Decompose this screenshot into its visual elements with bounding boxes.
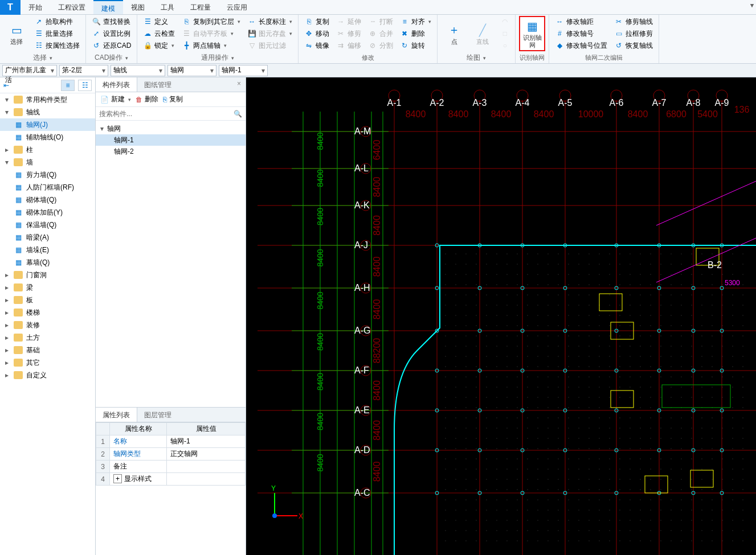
tab-properties[interactable]: 属性列表 [96,408,137,422]
tree-item[interactable]: ▦辅助轴线(O) [0,131,95,143]
tab-start[interactable]: 开始 [21,0,50,14]
define-button[interactable]: ☰定义 [141,16,177,27]
select-by-prop-button[interactable]: ☷按属性选择 [32,40,82,51]
tab-cloud[interactable]: 云应用 [219,0,255,14]
tree-item[interactable]: ▦人防门框墙(RF) [0,181,95,194]
svg-point-300 [650,315,651,315]
floor-select[interactable]: 第-2层 [59,65,108,76]
delete-button[interactable]: ✖删除 [398,28,434,39]
tree-category[interactable]: ▸楼梯 [0,306,95,319]
svg-point-836 [609,499,610,500]
tree-item[interactable]: ▦保温墙(Q) [0,219,95,231]
tree-category[interactable]: ▸板 [0,294,95,306]
svg-point-623 [578,427,579,428]
tree-category[interactable]: ▸基础 [0,344,95,356]
tree-category[interactable]: ▸梁 [0,281,95,294]
tree-item[interactable]: ▦墙垛(E) [0,244,95,256]
type-select[interactable]: 轴网 [167,65,216,76]
tab-project-settings[interactable]: 工程设置 [50,0,93,14]
prop-icon: ☷ [34,41,43,50]
restore-axis-button[interactable]: ↺恢复轴线 [612,40,655,51]
svg-point-558 [527,407,528,408]
search-input[interactable] [99,110,234,118]
tree-item[interactable]: ▦砌体加筋(Y) [0,206,95,219]
mirror-button[interactable]: ⇋镜像 [302,40,332,51]
lock-button[interactable]: 🔒锁定▾ [141,40,177,51]
svg-point-487 [722,376,722,377]
tab-layers[interactable]: 图层管理 [137,408,178,422]
two-point-axis-button[interactable]: ╋两点辅轴▾ [179,40,243,51]
instance-select[interactable]: 轴网-1 [219,65,268,76]
component-list[interactable]: ▾轴网 轴网-1 轴网-2 [96,121,246,407]
tree-item[interactable]: ▦幕墙(Q) [0,256,95,269]
modify-axis-pos-button[interactable]: ◆修改轴号位置 [553,40,610,51]
copy-item-button[interactable]: ⎘复制 [163,94,183,104]
svg-point-486 [712,376,712,377]
batch-select-button[interactable]: ☰批量选择 [32,28,82,39]
svg-point-325 [599,325,599,326]
tree-category[interactable]: ▾常用构件类型 [0,93,95,106]
list-item[interactable]: 轴网-1 [96,134,246,146]
svg-point-839 [640,499,640,500]
select-button[interactable]: ▭ 选择 [3,16,30,51]
line-button[interactable]: ╱直线 [469,16,496,51]
search-go-icon[interactable]: 🔍 [234,110,242,118]
tab-component-list[interactable]: 构件列表 [96,77,137,92]
set-scale-button[interactable]: ⤢设置比例 [89,28,133,39]
list-parent[interactable]: ▾轴网 [96,123,246,134]
svg-point-561 [558,407,558,408]
category-select[interactable]: 轴线 [111,65,165,76]
tab-modeling[interactable]: 建模 [93,0,123,14]
tree-category[interactable]: ▸装修 [0,319,95,331]
grid-view-button[interactable]: ☷ [78,80,92,91]
delete-item-button[interactable]: 🗑删除 [136,94,158,104]
find-replace-button[interactable]: 🔍查找替换 [89,16,133,27]
cloud-check-button[interactable]: ☁云检查 [141,28,177,39]
svg-point-423 [681,356,681,356]
align-button[interactable]: ≡对齐▾ [398,16,434,27]
recognize-grid-button[interactable]: ▦识别轴网 [519,16,545,51]
new-button[interactable]: 📄新建▾ [100,94,131,104]
property-table[interactable]: 属性名称属性值 1名称轴网-1 2轴网类型正交轴网 3备注 4+显示样式 [96,422,246,555]
tab-view[interactable]: 视图 [123,0,153,14]
tree-category[interactable]: ▸其它 [0,356,95,369]
list-view-button[interactable]: ≡ [61,80,75,91]
tree-category[interactable]: ▾墙 [0,156,95,168]
svg-point-775 [599,479,599,479]
point-button[interactable]: ＋点 [441,16,467,51]
pick-component-button[interactable]: ↗拾取构件 [32,16,82,27]
tab-tools[interactable]: 工具 [153,0,182,14]
tab-drawing-mgmt[interactable]: 图纸管理 [137,77,178,92]
box-trim-button[interactable]: ▭拉框修剪 [612,28,655,39]
rotate-button[interactable]: ↻旋转 [398,40,434,51]
svg-point-162 [465,274,466,274]
svg-point-895 [599,520,599,520]
project-select[interactable]: 广州市新儿童活 [2,65,57,76]
tree-category[interactable]: ▸自定义 [0,369,95,381]
tree-item[interactable]: ▦轴网(J) [0,118,95,131]
move-button[interactable]: ✥移动 [302,28,332,39]
list-item[interactable]: 轴网-2 [96,146,246,157]
tree-item[interactable]: ▦砌体墙(Q) [0,194,95,206]
tree-item[interactable]: ▦暗梁(A) [0,231,95,244]
tree-category[interactable]: ▸土方 [0,331,95,344]
tree-category[interactable]: ▸柱 [0,143,95,156]
modify-axis-num-button[interactable]: #修改轴号 [553,28,610,39]
panel-close-button[interactable]: × [232,77,246,92]
svg-point-773 [578,479,579,479]
tree-item[interactable]: ▦剪力墙(Q) [0,168,95,181]
tree-category[interactable]: ▸门窗洞 [0,269,95,281]
copy-button[interactable]: ⎘复制 [302,16,332,27]
tab-quantity[interactable]: 工程量 [182,0,219,14]
drawing-canvas[interactable]: A-1A-2A-3A-4A-5A-6A-7A-8A-98400840084008… [246,77,756,555]
component-tree[interactable]: ▾常用构件类型▾轴线▦轴网(J)▦辅助轴线(O)▸柱▾墙▦剪力墙(Q)▦人防门框… [0,93,95,555]
svg-point-381 [558,346,558,346]
svg-text:136: 136 [734,105,750,114]
restore-cad-button[interactable]: ↺还原CAD [89,40,133,51]
length-dim-button[interactable]: ↔长度标注▾ [245,16,295,27]
copy-to-layer-button[interactable]: ⎘复制到其它层▾ [179,16,243,27]
modify-axis-dist-button[interactable]: ↔修改轴距 [553,16,610,27]
tree-category[interactable]: ▾轴线 [0,106,95,118]
trim-axis-button[interactable]: ✂修剪轴线 [612,16,655,27]
svg-point-443 [578,366,579,367]
